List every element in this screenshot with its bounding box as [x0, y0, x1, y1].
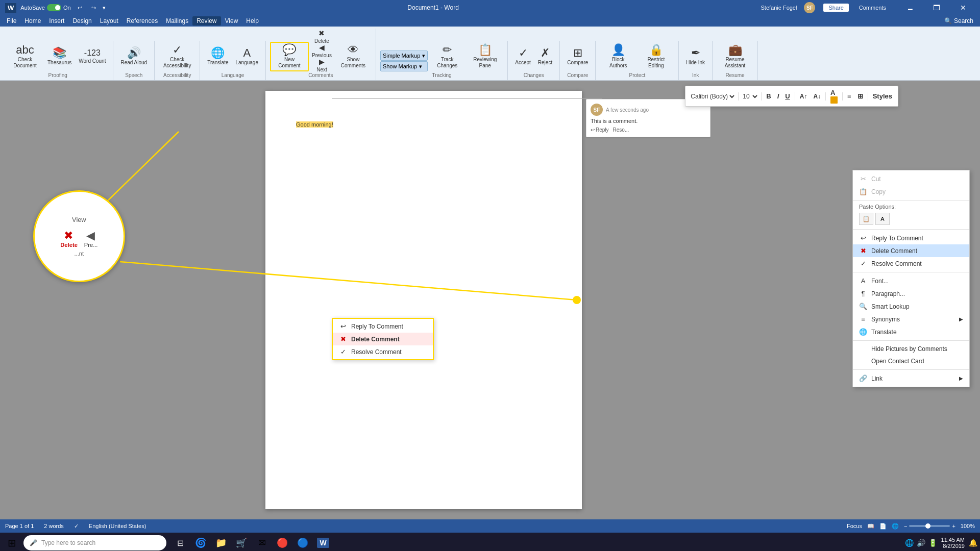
close-button[interactable]: ✕: [951, 0, 975, 15]
autosave-toggle[interactable]: AutoSave On: [20, 4, 70, 11]
decrease-font-button[interactable]: A↓: [811, 92, 823, 101]
italic-button[interactable]: I: [775, 91, 782, 101]
mini-reply-to-comment[interactable]: ↩ Reply To Comment: [333, 320, 433, 333]
ctx-reply-to-comment[interactable]: ↩ Reply To Comment: [853, 232, 969, 244]
language-button[interactable]: A Language: [232, 42, 261, 71]
menu-layout[interactable]: Layout: [96, 16, 122, 26]
ctx-font[interactable]: A Font...: [853, 274, 969, 287]
compare-button[interactable]: ⊞ Compare: [564, 42, 591, 71]
autosave-switch[interactable]: [47, 4, 61, 11]
thesaurus-button[interactable]: 📚 Thesaurus: [44, 42, 75, 71]
font-color-button[interactable]: A: [828, 88, 840, 105]
accept-button[interactable]: ✓ Accept: [512, 42, 534, 71]
menu-file[interactable]: File: [3, 16, 20, 26]
start-button[interactable]: ⊞: [3, 534, 21, 551]
taskbar-word[interactable]: W: [314, 534, 332, 551]
language-status[interactable]: English (United States): [89, 523, 146, 529]
doc-content[interactable]: Good morning!: [296, 121, 551, 128]
taskbar-mail[interactable]: ✉: [253, 534, 271, 551]
taskbar-clock[interactable]: 11:45 AM 8/2/2019: [941, 537, 965, 549]
paste-text-only[interactable]: A: [875, 213, 890, 225]
taskbar-search-box[interactable]: 🎤 Type here to search: [23, 535, 166, 550]
ctx-hide-pictures[interactable]: Hide Pictures by Comments: [853, 343, 969, 355]
battery-icon[interactable]: 🔋: [928, 539, 937, 547]
print-layout-icon[interactable]: 📄: [879, 523, 887, 530]
menu-insert[interactable]: Insert: [45, 16, 68, 26]
ctx-open-contact-card[interactable]: Open Contact Card: [853, 355, 969, 367]
comments-button[interactable]: Comments: [855, 4, 890, 12]
sound-icon[interactable]: 🔊: [917, 539, 925, 547]
track-changes-button[interactable]: ✏ Track Changes: [429, 42, 465, 71]
menu-design[interactable]: Design: [68, 16, 95, 26]
font-selector[interactable]: Calibri (Body): [689, 92, 736, 101]
read-mode-icon[interactable]: 📖: [867, 523, 874, 530]
resume-assistant-button[interactable]: 💼 Resume Assistant: [717, 42, 753, 71]
notification-icon[interactable]: 🔔: [969, 539, 977, 547]
redo-button[interactable]: ↪: [89, 4, 99, 12]
list-button[interactable]: ≡: [845, 91, 854, 101]
menu-help[interactable]: Help: [242, 16, 263, 26]
menu-view[interactable]: View: [221, 16, 242, 26]
paste-keep-formatting[interactable]: 📋: [859, 213, 873, 225]
taskbar-file-explorer[interactable]: 📁: [212, 534, 230, 551]
reject-button[interactable]: ✗ Reject: [535, 42, 555, 71]
ctx-cut[interactable]: ✂ Cut: [853, 172, 969, 185]
read-aloud-button[interactable]: 🔊 Read Aloud: [117, 42, 150, 71]
ctx-delete-comment[interactable]: ✖ Delete Comment: [853, 244, 969, 257]
hide-ink-button[interactable]: ✒ Hide Ink: [683, 42, 708, 71]
ctx-synonyms[interactable]: ≡ Synonyms ▶: [853, 313, 969, 325]
mini-delete-comment[interactable]: ✖ Delete Comment: [333, 333, 433, 345]
new-comment-button[interactable]: 💬 New Comment: [270, 42, 309, 71]
zoom-thumb[interactable]: [925, 523, 930, 529]
ctx-smart-lookup[interactable]: 🔍 Smart Lookup: [853, 300, 969, 313]
reviewing-pane-button[interactable]: 📋 Reviewing Pane: [467, 42, 503, 71]
doc-page[interactable]: Good morning!: [265, 91, 582, 509]
menu-search[interactable]: 🔍 Search: [940, 16, 977, 26]
check-document-button[interactable]: abc Check Document: [7, 42, 43, 71]
minimize-button[interactable]: 🗕: [898, 0, 922, 15]
indent-button[interactable]: ⊞: [855, 91, 866, 101]
ctx-link[interactable]: 🔗 Link ▶: [853, 372, 969, 385]
delete-comment-ribbon-button[interactable]: ✖ Delete: [310, 30, 334, 43]
network-icon[interactable]: 🌐: [905, 539, 914, 547]
mini-resolve-comment[interactable]: ✓ Resolve Comment: [333, 345, 433, 358]
maximize-button[interactable]: 🗖: [925, 0, 948, 15]
zoom-slider[interactable]: [909, 525, 950, 527]
increase-font-button[interactable]: A↑: [797, 92, 810, 101]
customize-qat[interactable]: ▾: [103, 5, 106, 11]
taskbar-app6[interactable]: 🔵: [293, 534, 312, 551]
taskbar-store[interactable]: 🛒: [232, 534, 251, 551]
zoom-in-button[interactable]: +: [952, 523, 955, 529]
word-count-button[interactable]: -123 Word Count: [76, 42, 109, 71]
highlighted-text[interactable]: Good morning!: [296, 121, 333, 128]
resolve-action[interactable]: Reso...: [613, 127, 629, 133]
ctx-translate[interactable]: 🌐 Translate: [853, 325, 969, 338]
simple-markup-dropdown[interactable]: Simple Markup ▾: [380, 51, 428, 61]
ctx-copy[interactable]: 📋 Copy: [853, 185, 969, 198]
translate-button[interactable]: 🌐 Translate: [204, 42, 231, 71]
undo-button[interactable]: ↩: [75, 4, 85, 12]
share-button[interactable]: Share: [823, 4, 848, 12]
menu-mailings[interactable]: Mailings: [162, 16, 192, 26]
taskbar-task-view[interactable]: ⊟: [171, 534, 189, 551]
block-authors-button[interactable]: 👤 Block Authors: [600, 42, 636, 71]
web-layout-icon[interactable]: 🌐: [892, 523, 899, 530]
styles-button[interactable]: Styles: [870, 91, 895, 101]
zoom-out-button[interactable]: −: [904, 523, 907, 529]
menu-home[interactable]: Home: [20, 16, 45, 26]
ctx-paragraph[interactable]: ¶ Paragraph...: [853, 287, 969, 300]
menu-review[interactable]: Review: [192, 16, 220, 26]
show-markup-dropdown[interactable]: Show Markup ▾: [380, 61, 428, 71]
underline-button[interactable]: U: [782, 91, 792, 101]
taskbar-chrome[interactable]: 🔴: [273, 534, 291, 551]
bold-button[interactable]: B: [764, 91, 773, 101]
next-comment-button[interactable]: ▶ Next: [310, 58, 334, 71]
ctx-resolve-comment[interactable]: ✓ Resolve Comment: [853, 257, 969, 270]
focus-button[interactable]: Focus: [847, 523, 862, 529]
taskbar-edge[interactable]: 🌀: [191, 534, 210, 551]
font-size-selector[interactable]: 10: [741, 92, 759, 101]
check-accessibility-button[interactable]: ✓ Check Accessibility: [159, 42, 195, 71]
previous-comment-button[interactable]: ◀ Previous: [310, 44, 334, 57]
show-comments-button[interactable]: 👁 Show Comments: [335, 42, 372, 71]
reply-action[interactable]: ↩ Reply: [591, 127, 609, 133]
